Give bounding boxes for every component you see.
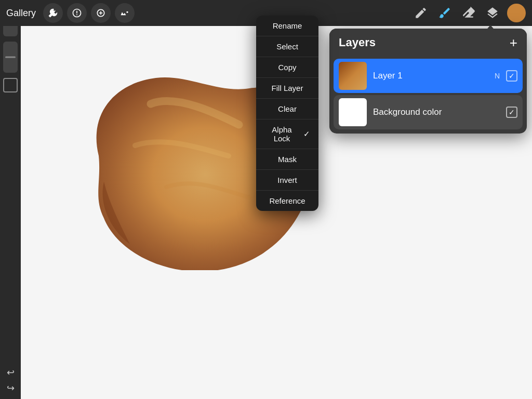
wrench-button[interactable] [43,3,63,23]
layers-list: Layer 1 N Background color [329,57,527,134]
user-avatar[interactable] [507,4,526,22]
layer-1-checkbox[interactable] [506,70,517,82]
adjust-button[interactable] [67,3,87,23]
menu-item-select[interactable]: Select [256,36,318,57]
menu-item-reference[interactable]: Reference [256,191,318,211]
right-tools [411,4,526,22]
layer-1-name: Layer 1 [373,71,488,81]
layer-bg-thumbnail [339,98,367,126]
layer-1-mode: N [495,72,500,80]
layer-bg-name: Background color [373,107,500,117]
layer-1-thumbnail [339,62,367,90]
layers-title: Layers [339,36,376,49]
undo-button[interactable]: ↩ [7,367,15,378]
sidebar-bottom: ↩ ↪ [7,367,15,394]
pen-tool-button[interactable] [411,4,430,22]
menu-item-clear[interactable]: Clear [256,99,318,119]
layers-panel: Layers + Layer 1 N Background color [329,29,527,134]
layer-bg-checkbox[interactable] [506,107,517,118]
menu-item-fill-layer[interactable]: Fill Layer [256,78,318,99]
menu-item-rename[interactable]: Rename [256,16,318,36]
menu-item-alpha-lock[interactable]: Alpha Lock ✓ [256,119,318,149]
layer-item-1[interactable]: Layer 1 N [334,59,523,93]
layers-tool-button[interactable] [483,4,502,22]
layers-add-button[interactable]: + [510,36,517,49]
layer-item-background[interactable]: Background color [334,95,523,129]
layers-header: Layers + [329,29,527,57]
eraser-tool-button[interactable] [459,4,478,22]
menu-item-invert[interactable]: Invert [256,170,318,191]
selection-button[interactable] [115,3,135,23]
brush-tool-button[interactable] [435,4,454,22]
left-sidebar: ↩ ↪ [0,0,21,399]
brush-opacity-slider[interactable] [3,42,18,73]
menu-item-copy[interactable]: Copy [256,57,318,78]
smudge-button[interactable] [91,3,111,23]
menu-item-mask[interactable]: Mask [256,149,318,170]
context-menu: Rename Select Copy Fill Layer Clear Alph… [256,16,318,211]
layers-panel-caret [485,25,496,31]
redo-button[interactable]: ↪ [7,382,15,394]
gallery-button[interactable]: Gallery [6,8,36,19]
color-picker[interactable] [3,78,18,92]
